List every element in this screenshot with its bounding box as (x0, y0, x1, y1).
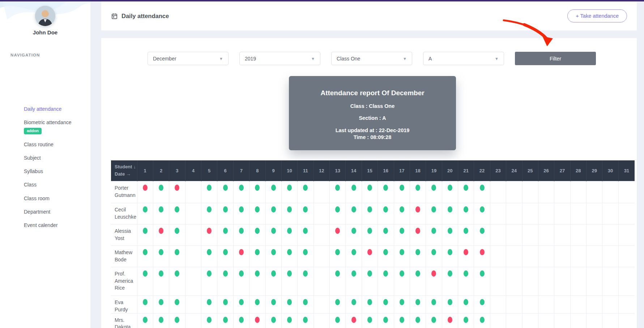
day-header: 20 (442, 160, 458, 181)
present-dot (271, 206, 276, 213)
attendance-cell-day-27 (554, 224, 570, 246)
attendance-cell-day-4 (185, 313, 201, 328)
attendance-cell-day-24 (506, 203, 522, 224)
sidebar-item-alumni[interactable] (0, 81, 90, 91)
take-attendance-button[interactable]: + Take attendance (567, 9, 627, 22)
attendance-cell-day-15 (362, 181, 378, 203)
table-row: Porter Gutmann (111, 181, 635, 203)
present-dot (303, 317, 308, 323)
present-dot (223, 185, 228, 191)
attendance-cell-day-1 (137, 313, 153, 328)
submenu-item-daily-attendance[interactable]: Daily attendance (24, 102, 90, 115)
class-select[interactable]: Class One ▼ (331, 52, 412, 65)
sidebar-item-users[interactable] (0, 71, 90, 81)
absent-dot (464, 249, 468, 255)
attendance-cell-day-5 (201, 246, 217, 267)
attendance-cell-day-7 (233, 181, 249, 203)
attendance-cell-day-25 (522, 246, 538, 267)
submenu-item-class-room[interactable]: Class room (24, 192, 90, 205)
attendance-cell-day-7 (233, 267, 249, 296)
attendance-cell-day-17 (394, 181, 410, 203)
present-dot (239, 228, 244, 234)
page-title-text: Daily attendance (121, 13, 169, 20)
sidebar-item-academic[interactable] (0, 91, 90, 101)
section-select[interactable]: A ▼ (423, 52, 504, 65)
attendance-cell-day-8 (250, 181, 265, 203)
attendance-cell-day-30 (602, 296, 618, 314)
attendance-cell-day-21 (458, 313, 474, 328)
attendance-cell-day-14 (346, 224, 362, 246)
attendance-cell-day-7 (233, 203, 249, 224)
attendance-table: Student ↓ Date → 12345678910111213141516… (111, 160, 635, 328)
present-dot (480, 270, 485, 277)
absent-dot (351, 317, 356, 323)
attendance-cell-day-9 (265, 203, 281, 224)
attendance-cell-day-10 (281, 296, 297, 314)
report-title: Attendance report Of December (296, 89, 449, 97)
present-dot (464, 206, 468, 213)
submenu-item-syllabus[interactable]: Syllabus (24, 165, 90, 178)
attendance-cell-day-18 (410, 246, 426, 267)
absent-dot (415, 206, 420, 213)
present-dot (159, 299, 163, 305)
attendance-cell-day-28 (570, 267, 586, 296)
submenu-item-class[interactable]: Class (24, 178, 90, 192)
attendance-cell-day-24 (506, 296, 522, 314)
year-select[interactable]: 2019 ▼ (239, 52, 320, 65)
attendance-cell-day-31 (618, 224, 635, 246)
sidebar-item-live-class[interactable] (0, 234, 90, 244)
day-header: 14 (346, 160, 362, 181)
attendance-cell-day-26 (538, 224, 554, 246)
attendance-cell-day-14 (346, 203, 362, 224)
filter-button[interactable]: Filter (515, 52, 596, 65)
attendance-cell-day-16 (378, 246, 394, 267)
attendance-cell-day-18 (410, 267, 426, 296)
attendance-cell-day-12 (314, 246, 329, 267)
submenu-item-subject[interactable]: Subject (24, 151, 90, 165)
submenu-item-department[interactable]: Department (24, 205, 90, 218)
attendance-cell-day-25 (522, 181, 538, 203)
attendance-cell-day-18 (410, 296, 426, 314)
present-dot (448, 299, 452, 305)
present-dot (255, 228, 260, 234)
attendance-cell-day-25 (522, 203, 538, 224)
attendance-cell-day-29 (587, 267, 602, 296)
present-dot (431, 317, 436, 323)
present-dot (431, 228, 436, 234)
present-dot (207, 270, 212, 277)
table-row: Eva Purdy (111, 296, 635, 314)
present-dot (303, 270, 308, 277)
present-dot (351, 299, 356, 305)
attendance-cell-day-6 (217, 224, 233, 246)
attendance-cell-day-14 (346, 181, 362, 203)
attendance-cell-day-1 (137, 267, 153, 296)
submenu-item-class-routine[interactable]: Class routine (24, 138, 90, 151)
attendance-cell-day-22 (474, 203, 490, 224)
attendance-cell-day-27 (554, 246, 570, 267)
month-select[interactable]: December ▼ (148, 52, 229, 65)
submenu-item-biometric-attendance[interactable]: Biometric attendanceaddon (24, 115, 90, 138)
attendance-cell-day-16 (378, 203, 394, 224)
day-header: 29 (587, 160, 602, 181)
present-dot (223, 228, 228, 234)
attendance-cell-day-11 (298, 246, 314, 267)
sidebar-item-dashboard[interactable] (0, 61, 90, 71)
present-dot (415, 185, 420, 191)
present-dot (351, 206, 356, 213)
submenu-item-event-calender[interactable]: Event calender (24, 219, 90, 232)
present-dot (351, 270, 356, 277)
avatar[interactable] (35, 6, 55, 26)
academic-submenu: Daily attendanceBiometric attendanceaddo… (0, 101, 90, 234)
day-header: 11 (298, 160, 314, 181)
present-dot (480, 206, 485, 213)
attendance-cell-day-18 (410, 224, 426, 246)
attendance-cell-day-5 (201, 224, 217, 246)
present-dot (175, 299, 179, 305)
sidebar-item-examination[interactable] (0, 244, 90, 255)
day-header: 13 (330, 160, 346, 181)
attendance-cell-day-6 (217, 296, 233, 314)
present-dot (400, 185, 404, 191)
attendance-cell-day-31 (618, 203, 635, 224)
sidebar-item-accounting[interactable] (0, 255, 90, 265)
attendance-cell-day-30 (602, 224, 618, 246)
